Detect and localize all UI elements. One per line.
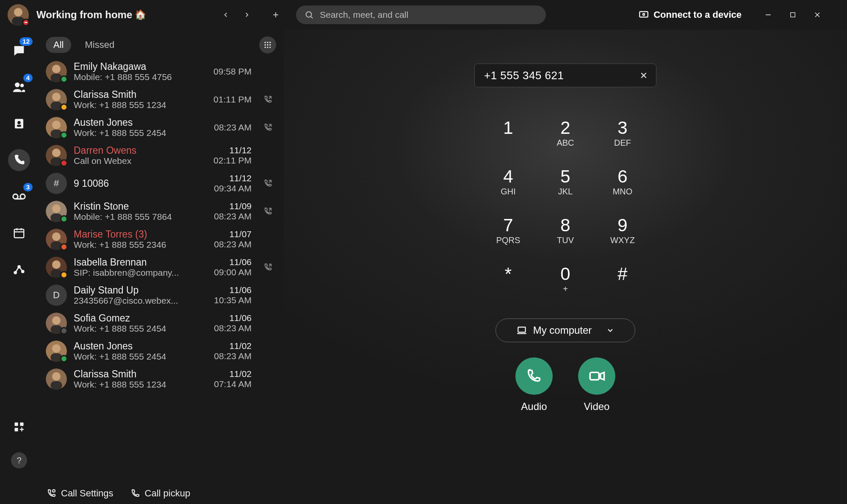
outgoing-call-icon (263, 206, 274, 217)
call-history-list[interactable]: Emily Nakagawa Mobile: +1 888 555 4756 0… (38, 58, 284, 483)
call-settings-button[interactable]: Call Settings (47, 488, 113, 499)
keypad-key-2[interactable]: 2ABC (537, 108, 594, 157)
call-item-date: 11/12 (229, 173, 252, 183)
key-number: 1 (503, 119, 513, 137)
keypad-key-*[interactable]: * (480, 255, 537, 303)
keypad-key-6[interactable]: 6MNO (594, 157, 651, 206)
svg-line-6 (311, 17, 313, 18)
keypad-key-9[interactable]: 9WXYZ (594, 206, 651, 255)
dialpad-grid-button[interactable] (259, 36, 276, 53)
rail-meetings[interactable] (8, 222, 30, 244)
presence-camera-icon (60, 271, 68, 279)
dial-number-field[interactable] (474, 64, 656, 87)
key-letters: GHI (501, 187, 516, 196)
call-history-item[interactable]: Clarissa Smith Work: +1 888 555 1234 11/… (38, 365, 281, 393)
new-button[interactable] (267, 6, 284, 23)
key-number: 9 (617, 216, 627, 235)
call-history-item[interactable]: Clarissa Smith Work: +1 888 555 1234 01:… (38, 86, 281, 114)
call-history-item[interactable]: Darren Owens Call on Webex 11/12 02:11 P… (38, 141, 281, 169)
call-history-item[interactable]: Austen Jones Work: +1 888 555 2454 11/02… (38, 337, 281, 365)
presence-dnd-icon (60, 159, 68, 167)
call-history-item[interactable]: Isabella Brennan SIP: isabbren@company..… (38, 253, 281, 281)
key-number: # (617, 265, 627, 283)
search-bar[interactable] (296, 6, 546, 24)
audio-call-label: Audio (521, 401, 547, 413)
top-bar: Working from home🏠 Connect to a device (0, 0, 847, 30)
call-history-item[interactable]: Austen Jones Work: +1 888 555 2454 08:23… (38, 114, 281, 141)
call-item-name: Emily Nakagawa (74, 61, 194, 72)
keypad-key-4[interactable]: 4GHI (480, 157, 537, 206)
key-number: 2 (560, 119, 570, 137)
window-maximize-button[interactable] (786, 8, 799, 21)
call-item-time: 08:23 AM (214, 211, 252, 222)
search-input[interactable] (319, 9, 537, 20)
phone-icon (526, 368, 543, 385)
call-history-item[interactable]: D Daily Stand Up 23435667@cisco.webex...… (38, 281, 281, 309)
rail-teams[interactable]: 4 (8, 76, 30, 98)
call-item-date: 11/12 (229, 145, 252, 155)
outgoing-call-icon (263, 374, 274, 385)
rail-voicemail[interactable]: 3 (8, 186, 30, 208)
svg-point-56 (52, 205, 61, 213)
key-number: 4 (503, 167, 513, 186)
keypad-key-5[interactable]: 5JKL (537, 157, 594, 206)
search-icon (304, 10, 314, 19)
keypad-key-8[interactable]: 8TUV (537, 206, 594, 255)
svg-point-70 (52, 344, 61, 353)
contact-card-icon (13, 117, 25, 130)
back-button[interactable] (217, 6, 234, 23)
keypad-key-1[interactable]: 1 (480, 108, 537, 157)
call-history-item[interactable]: # 9 10086 11/12 09:34 AM (38, 169, 281, 197)
chevron-down-icon (606, 326, 614, 335)
video-call-button[interactable] (578, 357, 615, 395)
call-item-time: 08:23 AM (214, 122, 252, 133)
nodes-icon (13, 263, 25, 276)
status-text[interactable]: Working from home🏠 (36, 9, 146, 21)
call-item-subtitle: Work: +1 888 555 2454 (74, 324, 194, 334)
keypad-key-#[interactable]: # (594, 255, 651, 303)
call-item-date: 11/09 (229, 201, 252, 211)
close-icon (640, 72, 648, 79)
forward-button[interactable] (238, 6, 255, 23)
tab-all[interactable]: All (46, 37, 71, 53)
rail-apps[interactable] (8, 416, 30, 438)
self-presence-dnd-icon (22, 19, 30, 26)
keypad-key-7[interactable]: 7PQRS (480, 206, 537, 255)
device-selector[interactable]: My computer (495, 318, 635, 342)
house-emoji-icon: 🏠 (135, 9, 146, 20)
call-item-date: 11/06 (229, 257, 252, 267)
voicemail-badge: 3 (23, 183, 33, 191)
rail-contacts[interactable] (8, 113, 30, 135)
svg-rect-80 (590, 372, 599, 380)
dial-number-input[interactable] (483, 69, 633, 83)
rail-messaging[interactable]: 12 (8, 40, 30, 62)
call-history-item[interactable]: Kristin Stone Mobile: +1 888 555 7864 11… (38, 197, 281, 225)
key-letters: ABC (556, 138, 574, 147)
self-avatar[interactable] (8, 4, 29, 25)
call-history-item[interactable]: Emily Nakagawa Mobile: +1 888 555 4756 0… (38, 58, 281, 86)
svg-point-48 (52, 121, 61, 129)
window-minimize-button[interactable] (762, 8, 775, 21)
call-item-time: 08:23 AM (214, 323, 252, 333)
rail-help[interactable]: ? (11, 452, 27, 468)
call-item-name: Sofia Gomez (74, 313, 194, 324)
keypad-key-3[interactable]: 3DEF (594, 108, 651, 157)
audio-call-button[interactable] (515, 357, 553, 395)
video-icon (588, 367, 606, 385)
call-item-time: 09:00 AM (214, 267, 252, 277)
call-history-item[interactable]: Sofia Gomez Work: +1 888 555 2454 11/06 … (38, 309, 281, 337)
call-pickup-button[interactable]: Call pickup (130, 488, 191, 499)
window-close-button[interactable] (811, 8, 824, 21)
chat-bubble-icon (12, 44, 26, 58)
call-item-subtitle: Work: +1 888 555 2454 (74, 128, 194, 138)
rail-analytics[interactable] (8, 258, 30, 280)
video-call-label: Video (584, 401, 610, 413)
outgoing-call-icon (263, 346, 274, 357)
connect-device-button[interactable]: Connect to a device (638, 9, 742, 20)
tab-missed[interactable]: Missed (77, 37, 122, 53)
dial-clear-button[interactable] (637, 69, 650, 82)
rail-calling[interactable] (8, 149, 30, 171)
keypad-key-0[interactable]: 0+ (537, 255, 594, 303)
svg-point-5 (306, 12, 312, 17)
call-history-item[interactable]: Marise Torres (3) Work: +1 888 555 2346 … (38, 225, 281, 253)
